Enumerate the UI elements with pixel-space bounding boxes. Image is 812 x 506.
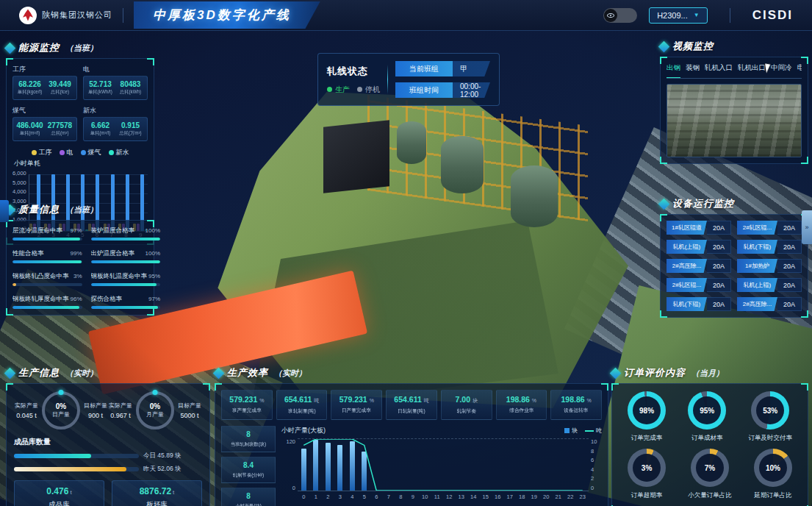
- order-kpi-donut: 53% 订单及时交付率: [748, 391, 792, 443]
- device-row: 2#轧区辊...20A: [737, 221, 802, 235]
- device-row: 轧机(上辊)20A: [667, 240, 731, 254]
- quality-item: 性能合格率99%: [12, 249, 82, 263]
- device-row: 轧机(上辊)20A: [737, 278, 802, 292]
- energy-card: 电 52.713单耗(kWh/t) 80483总耗(kWh): [83, 65, 148, 100]
- company-logo-icon: [19, 7, 37, 24]
- quality-item: 钢板终轧厚度命中率96%: [12, 295, 82, 309]
- order-kpi-donut: 98% 订单完成率: [628, 391, 666, 443]
- hourly-output-chart: 小时产量(大板) 块 吨 1200 1086420: [281, 426, 602, 506]
- cisdi-logo: CISDI: [752, 8, 793, 23]
- dashboard: 陕钢集团汉钢公司 中厚板3D数字化产线 H2309... ▼ CISDI 能源监…: [0, 0, 812, 506]
- page-title-plate: 中厚板3D数字化产线: [134, 1, 320, 29]
- production-panel: 生产信息 （实时） 实际产量0.045 t 0% 日产量 目标产量900 t 实…: [6, 366, 210, 506]
- device-row: 2#高压除...20A: [667, 259, 731, 273]
- device-row: 轧机(下辊)20A: [667, 297, 731, 311]
- energy-card: 新水 6.662单耗(m³/t) 0.915总耗(万m³): [83, 106, 148, 141]
- tab-mill-exit[interactable]: 轧机出口: [738, 63, 766, 75]
- side-tile: 8小时产量(块): [221, 488, 276, 506]
- side-tile: 8.4轧制节奏(分钟): [221, 457, 276, 483]
- chevron-down-icon: ▼: [694, 12, 700, 18]
- device-row: 1#轧区辊道20A: [667, 221, 731, 235]
- orders-panel: 订单评价内容 （当月） 98% 订单完成率 95% 订单成材率 53% 订单及时…: [611, 366, 808, 506]
- stock-bar-yesterday: 昨天 52.06 块: [14, 465, 202, 474]
- company-name: 陕钢集团汉钢公司: [42, 10, 112, 21]
- diamond-icon: [4, 367, 16, 379]
- camera-feed[interactable]: [667, 84, 802, 157]
- energy-panel-title: 能源监控: [18, 41, 60, 54]
- panel-collapse-handle[interactable]: »: [802, 210, 812, 244]
- header-divider: [730, 8, 730, 23]
- gauge-ring: 0% 月产量: [136, 391, 174, 430]
- quality-items: 层流冷温度命中率97% 装炉温度合格率100% 性能合格率99% 出炉温度合格率…: [12, 227, 148, 309]
- metric-tile: 198.86 %设备运转率: [550, 390, 602, 420]
- shift-group-row: 当前班组 甲: [395, 61, 490, 76]
- monthly-output-gauge: 实际产量0.967 t 0% 月产量 目标产量5000 t: [108, 391, 202, 430]
- diamond-icon: [213, 367, 225, 379]
- legend-dot-icon: [60, 150, 65, 155]
- video-tabs: 出钢 装钢 轧机入口 轧机出口 中间冷 电加热: [667, 63, 802, 79]
- company-logo: 陕钢集团汉钢公司: [0, 7, 112, 24]
- legend-dot-icon: [32, 150, 37, 155]
- status-dot-icon: [327, 87, 332, 92]
- line-status-title: 轧线状态: [327, 65, 380, 78]
- status-dot-icon: [357, 87, 362, 92]
- hourly-chart-left-axis: 1200: [281, 438, 298, 491]
- diamond-icon: [658, 198, 670, 210]
- order-kpi-donut: 7% 小欠量订单占比: [688, 449, 732, 500]
- stock-section-title: 成品库数量: [14, 437, 202, 447]
- energy-card: 工序 68.226单耗(kgce/t) 39.449总耗(tce): [12, 65, 77, 100]
- energy-chart-legend: 工序 电 煤气 新水: [12, 148, 148, 157]
- gauge-ring: 0% 日产量: [42, 391, 80, 430]
- status-legend-stopped: 停机: [357, 85, 380, 95]
- legend-dot-icon: [81, 150, 86, 155]
- page-title: 中厚板3D数字化产线: [153, 8, 291, 22]
- quality-item: 层流冷温度命中率97%: [12, 227, 82, 240]
- daily-output-gauge: 实际产量0.045 t 0% 日产量 目标产量900 t: [14, 391, 108, 430]
- devices-panel-title: 设备运行监控: [672, 197, 734, 210]
- diamond-icon: [610, 367, 622, 379]
- quality-panel-title: 质量信息: [18, 203, 60, 216]
- video-panel: 视频监控 出钢 装钢 轧机入口 轧机出口 中间冷 电加热: [660, 40, 808, 164]
- video-panel-title: 视频监控: [672, 40, 714, 53]
- devices-panel: 设备运行监控 1#轧区辊道20A 2#轧区辊...20A 轧机(上辊)20A 轧…: [660, 197, 808, 318]
- metric-tile: 7.00 块轧制节奏: [441, 390, 492, 420]
- energy-card: 煤气 486.040单耗(m³/t) 277578总耗(m³): [12, 106, 77, 141]
- hourly-chart-right-axis: 1086420: [589, 438, 602, 491]
- finished-stock-card: 0.476t 成品库: [14, 480, 104, 506]
- status-legend-producing: 生产: [327, 85, 350, 95]
- tab-intercooling[interactable]: 中间冷: [771, 63, 792, 75]
- metric-tile: 579.231 %班产量完成率: [221, 390, 273, 420]
- metric-tile: 654.611 吨日轧制量(吨): [386, 390, 437, 420]
- left-edge-tab[interactable]: [0, 200, 9, 222]
- tab-charging[interactable]: 装钢: [686, 63, 700, 75]
- metric-tile: 579.231 %日产量完成率: [331, 390, 382, 420]
- production-panel-title: 生产信息: [18, 366, 60, 380]
- status-divider: [387, 65, 388, 94]
- line-status-panel: 轧线状态 生产 停机 当前班组 甲 班组时间: [317, 53, 500, 106]
- order-kpi-donut: 10% 延期订单占比: [754, 449, 792, 500]
- order-kpi-donut: 95% 订单成材率: [688, 391, 726, 443]
- metric-tile: 654.611 吨班轧制量(吨): [276, 390, 328, 420]
- side-tile: 8当班轧制块数(块): [221, 426, 276, 452]
- energy-cards: 工序 68.226单耗(kgce/t) 39.449总耗(tce) 电 52.7…: [12, 65, 148, 141]
- hourly-chart-title: 小时产量(大板): [281, 426, 326, 435]
- header-bar: 陕钢集团汉钢公司 中厚板3D数字化产线 H2309... ▼ CISDI: [0, 0, 812, 31]
- shift-dropdown[interactable]: H2309... ▼: [649, 7, 708, 24]
- device-row: 2#轧区辊...20A: [667, 278, 731, 292]
- quality-panel: 质量信息 （当班） 层流冷温度命中率97% 装炉温度合格率100% 性能合格率9…: [6, 203, 154, 316]
- efficiency-panel-title: 生产效率: [227, 366, 268, 380]
- visibility-toggle[interactable]: [603, 8, 637, 23]
- tab-tapping[interactable]: 出钢: [667, 63, 680, 75]
- device-row: 2#高压除...20A: [737, 297, 802, 311]
- tab-eheating[interactable]: 电加热: [797, 63, 802, 75]
- hourly-chart-xaxis: 01234567891011121314151617181920212223: [298, 493, 602, 500]
- device-row: 1#加热炉20A: [737, 259, 802, 273]
- legend-bar-icon: [564, 428, 570, 433]
- stock-bar-today: 今日 45.89 块: [14, 452, 202, 460]
- device-row: 轧机(下辊)20A: [737, 240, 802, 254]
- slab-stock-card: 8876.72t 板坯库: [112, 480, 202, 506]
- tab-mill-entry[interactable]: 轧机入口: [705, 63, 733, 75]
- tons-line-series: [298, 439, 589, 491]
- efficiency-side-tiles: 8当班轧制块数(块) 8.4轧制节奏(分钟) 8小时产量(块): [221, 426, 276, 506]
- legend-dot-icon: [109, 150, 114, 155]
